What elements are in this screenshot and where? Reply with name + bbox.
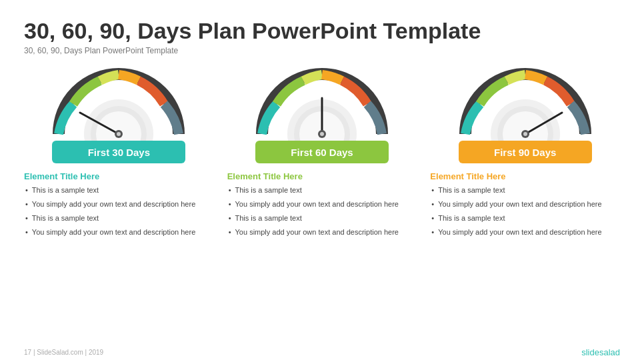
badge-60: First 60 Days [255,141,389,163]
footer-brand: slidesalad [581,347,620,357]
badge-90: First 90 Days [459,141,592,163]
bullet-list-60: This is a sample text You simply add you… [227,185,417,241]
list-item: This is a sample text [24,185,214,196]
list-item: This is a sample text [430,185,620,196]
list-item: This is a sample text [24,213,214,224]
badge-30: First 30 Days [52,141,185,163]
footer-left: 17 | SlideSalad.com | 2019 [24,349,103,356]
svg-point-11 [320,132,324,136]
list-item: This is a sample text [430,213,620,224]
svg-point-5 [117,132,121,136]
column-60-days: First 60 Days Element Title Here This is… [227,67,417,241]
slide: 30, 60, 90, Days Plan PowerPoint Templat… [0,0,644,364]
element-title-60: Element Title Here [227,171,417,181]
gauge-60 [255,67,389,141]
bullet-list-90: This is a sample text You simply add you… [430,185,620,241]
list-item: You simply add your own text and descrip… [430,227,620,238]
column-90-days: First 90 Days Element Title Here This is… [430,67,620,241]
list-item: This is a sample text [227,185,417,196]
list-item: You simply add your own text and descrip… [227,199,417,210]
element-title-30: Element Title Here [24,171,214,181]
list-item: You simply add your own text and descrip… [24,199,214,210]
column-30-days: First 30 Days Element Title Here This is… [24,67,214,241]
element-title-90: Element Title Here [430,171,620,181]
page-title: 30, 60, 90, Days Plan PowerPoint Templat… [24,19,620,43]
svg-point-17 [523,132,527,136]
brand-plain: slide [581,347,599,357]
list-item: You simply add your own text and descrip… [430,199,620,210]
list-item: This is a sample text [227,213,417,224]
gauge-30 [52,67,185,141]
columns-container: First 30 Days Element Title Here This is… [24,67,620,241]
brand-accent: salad [599,347,620,357]
footer: 17 | SlideSalad.com | 2019 slidesalad [24,347,620,357]
bullet-list-30: This is a sample text You simply add you… [24,185,214,241]
list-item: You simply add your own text and descrip… [24,227,214,238]
page-subtitle: 30, 60, 90, Days Plan PowerPoint Templat… [24,46,620,55]
gauge-90 [459,67,592,141]
list-item: You simply add your own text and descrip… [227,227,417,238]
